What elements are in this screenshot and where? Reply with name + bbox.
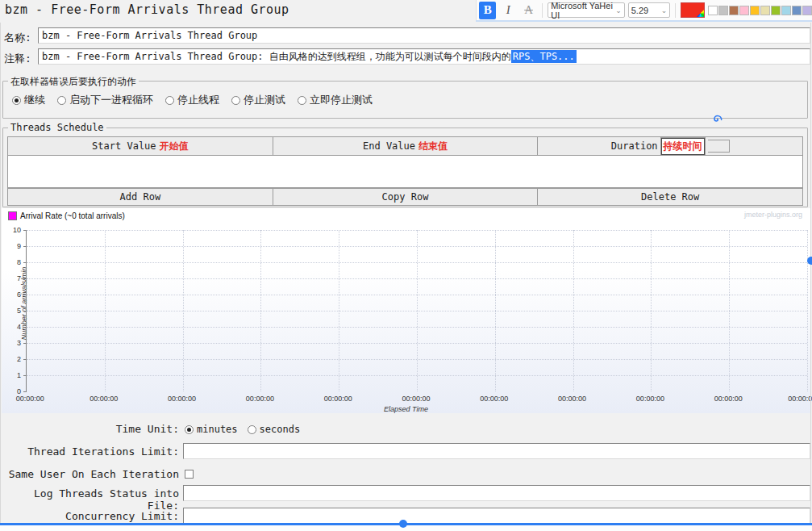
- horizontal-gridline: [27, 375, 807, 376]
- error-action-radio-group: 继续启动下一进程循环停止线程停止测试立即停止测试: [12, 93, 373, 107]
- add-row-button[interactable]: Add Row: [7, 188, 273, 206]
- horizontal-gridline: [27, 230, 807, 231]
- error-action-label: 立即停止测试: [310, 93, 373, 107]
- palette-color-swatch[interactable]: [718, 6, 728, 15]
- x-tick-label: 00:00:00: [324, 395, 352, 403]
- palette-color-swatch[interactable]: [750, 6, 760, 15]
- y-tick-label: 9: [17, 242, 21, 250]
- same-user-checkbox[interactable]: [185, 470, 194, 479]
- error-action-option[interactable]: 停止线程: [165, 93, 219, 107]
- y-tick-mark: [23, 311, 27, 311]
- palette-color-swatch[interactable]: [739, 6, 749, 15]
- radio-selected-icon: [12, 96, 21, 105]
- y-tick-label: 10: [13, 226, 21, 234]
- thread-iterations-limit-input[interactable]: [183, 443, 810, 459]
- y-tick-label: 1: [17, 371, 21, 379]
- time-unit-radio-group: minutesseconds: [185, 424, 300, 435]
- end-value-text: End Value: [363, 140, 415, 152]
- palette-color-swatch[interactable]: [729, 6, 739, 15]
- delete-row-button[interactable]: Delete Row: [537, 188, 803, 206]
- start-value-text: Start Value: [92, 140, 156, 152]
- palette-color-swatch[interactable]: [802, 6, 812, 15]
- font-family-select[interactable]: Microsoft YaHei UI ⌄: [548, 2, 625, 18]
- x-axis-title: Elapsed Time: [2, 405, 810, 413]
- comments-text: bzm - Free-Form Arrivals Thread Group: 自…: [42, 51, 511, 62]
- error-action-legend: 在取样器错误后要执行的动作: [8, 75, 139, 89]
- horizontal-gridline: [27, 295, 807, 295]
- chevron-down-icon: ⌄: [661, 6, 668, 15]
- horizontal-gridline: [27, 359, 807, 360]
- radio-icon: [165, 96, 174, 105]
- horizontal-gridline: [27, 343, 807, 344]
- start-value-annotation: 开始值: [160, 140, 189, 153]
- italic-button[interactable]: I: [499, 2, 516, 19]
- time-unit-option[interactable]: minutes: [185, 424, 238, 435]
- vertical-gridline: [807, 230, 808, 391]
- radio-icon: [248, 425, 256, 434]
- x-axis-labels: 00:00:0000:00:0000:00:0000:00:0000:00:00…: [26, 395, 806, 404]
- horizontal-gridline: [27, 327, 807, 328]
- horizontal-gridline: [27, 278, 807, 279]
- time-unit-option[interactable]: seconds: [248, 424, 301, 435]
- y-tick-mark: [23, 375, 27, 376]
- comments-highlighted-text: RPS、TPS...: [511, 50, 577, 63]
- chart-legend: Arrival Rate (~0 total arrivals): [8, 211, 125, 220]
- horizontal-gridline: [27, 262, 807, 263]
- error-action-label: 停止线程: [177, 93, 219, 107]
- name-label: 名称:: [4, 31, 31, 45]
- copy-row-button[interactable]: Copy Row: [273, 188, 539, 206]
- error-action-label: 停止测试: [244, 93, 285, 107]
- time-unit-label: Time Unit:: [4, 423, 179, 435]
- x-tick-label: 00:00:00: [246, 395, 274, 403]
- annotation-edit-box[interactable]: 持续时间: [661, 138, 705, 155]
- y-tick-label: 7: [17, 274, 21, 282]
- y-tick-mark: [23, 343, 27, 344]
- comments-label: 注释:: [4, 52, 31, 66]
- error-action-option[interactable]: 立即停止测试: [298, 93, 373, 107]
- palette-color-swatch[interactable]: [792, 6, 802, 15]
- palette-color-swatch[interactable]: [781, 6, 791, 15]
- y-tick-mark: [23, 391, 27, 392]
- duration-text: Duration: [611, 140, 658, 152]
- column-header-duration[interactable]: Duration 持续时间: [537, 137, 802, 155]
- y-tick-mark: [23, 359, 27, 360]
- font-style-button[interactable]: A: [520, 2, 537, 19]
- palette-color-swatch[interactable]: [771, 6, 781, 15]
- column-header-start-value[interactable]: Start Value 开始值: [8, 137, 273, 155]
- y-tick-label: 8: [17, 258, 21, 266]
- threads-schedule-groupbox: Threads Schedule Start Value 开始值 End Val…: [2, 128, 808, 207]
- error-action-label: 继续: [24, 93, 45, 107]
- error-action-option[interactable]: 停止测试: [231, 93, 285, 107]
- error-action-option[interactable]: 启动下一进程循环: [57, 93, 153, 107]
- radio-icon: [231, 96, 240, 105]
- font-size-select[interactable]: 5.29 ⌄: [628, 2, 671, 18]
- plot-area: 109876543210: [26, 230, 807, 391]
- x-tick-label: 00:00:00: [16, 395, 44, 403]
- log-threads-status-input[interactable]: [183, 485, 810, 501]
- thread-iterations-limit-label: Thread Iterations Limit:: [4, 445, 179, 458]
- page-title: bzm - Free-Form Arrivals Thread Group: [5, 2, 289, 17]
- comments-input[interactable]: bzm - Free-Form Arrivals Thread Group: 自…: [38, 48, 810, 65]
- column-header-end-value[interactable]: End Value 结束值: [273, 137, 538, 155]
- schedule-table-header: Start Value 开始值 End Value 结束值 Duration 持…: [8, 137, 802, 156]
- y-tick-label: 3: [17, 339, 21, 347]
- name-input[interactable]: bzm - Free-Form Arrivals Thread Group: [38, 27, 810, 44]
- font-family-value: Microsoft YaHei UI: [551, 1, 613, 20]
- horizontal-gridline: [27, 311, 807, 311]
- x-tick-label: 00:00:00: [90, 395, 118, 403]
- x-tick-label: 00:00:00: [788, 395, 812, 403]
- radio-icon: [57, 96, 66, 105]
- selection-right-handle[interactable]: [807, 257, 812, 265]
- font-size-value: 5.29: [631, 6, 648, 15]
- y-tick-label: 5: [17, 307, 21, 315]
- palette-color-swatch[interactable]: [760, 6, 770, 15]
- palette-color-swatch[interactable]: [708, 6, 718, 15]
- concurrency-limit-label: Concurrency Limit:: [4, 510, 179, 522]
- annotation-toolbar: B I A Microsoft YaHei UI ⌄ 5.29 ⌄: [476, 0, 812, 20]
- concurrency-limit-input[interactable]: [183, 508, 810, 524]
- radio-icon: [298, 96, 306, 105]
- current-color-swatch[interactable]: [681, 2, 705, 18]
- selection-bottom-handle[interactable]: [399, 520, 407, 528]
- bold-button[interactable]: B: [479, 2, 496, 19]
- error-action-option[interactable]: 继续: [12, 93, 45, 107]
